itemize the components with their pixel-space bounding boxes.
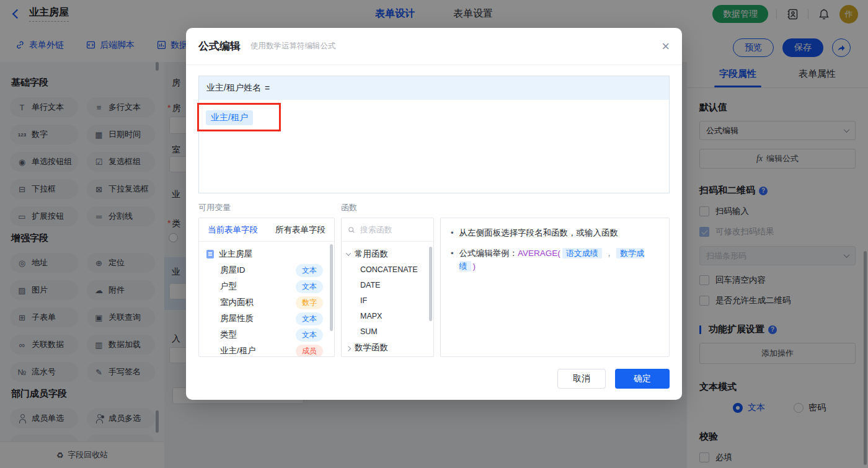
tip-line-1: • 从左侧面板选择字段名和函数，或输入函数 [451, 226, 659, 239]
scrollbar-thumb[interactable] [330, 244, 333, 331]
formula-editor[interactable]: 业主/租户姓名 = 业主/租户 [198, 76, 670, 193]
function-items: CONCATENATEDATEIFMAPXSUM [347, 262, 430, 340]
search-input[interactable] [360, 225, 427, 234]
caret-right-icon [346, 346, 351, 351]
variable-field-row[interactable]: 房屋ID 文本 [206, 262, 329, 278]
variable-field-row[interactable]: 房屋性质 文本 [206, 311, 329, 327]
functions-label: 函数 [341, 202, 434, 213]
formula-equals: = [265, 83, 270, 93]
close-icon[interactable]: × [662, 40, 670, 53]
variable-type-badge: 成员 [296, 345, 323, 358]
function-search [342, 218, 433, 242]
panel-column-labels: 可用变量 函数 [198, 202, 670, 213]
panel-columns: 当前表单字段 所有表单字段 业主房屋 房屋ID 文本 [198, 218, 670, 357]
function-list: 常用函数 CONCATENATEDATEIFMAPXSUM 数学函数 文本函数 [342, 242, 433, 357]
variable-field-name: 业主/租户 [220, 345, 256, 356]
tips-content: • 从左侧面板选择字段名和函数，或输入函数 • 公式编辑举例：AVERAGE(语… [441, 218, 669, 288]
variable-field-list: 房屋ID 文本 户型 文本 室内面积 数字 房屋性质 [206, 262, 329, 357]
tips-panel: • 从左侧面板选择字段名和函数，或输入函数 • 公式编辑举例：AVERAGE(语… [440, 218, 670, 357]
tab-current-form-fields[interactable]: 当前表单字段 [199, 218, 267, 241]
variable-field-name: 房屋ID [220, 265, 246, 276]
function-item[interactable]: CONCATENATE [347, 262, 430, 278]
variable-field-row[interactable]: 室内面积 数字 [206, 294, 329, 311]
modal-footer: 取消 确定 [557, 369, 670, 389]
formula-edit-modal: 公式编辑 使用数学运算符编辑公式 × 业主/租户姓名 = 业主/租户 可用变量 … [186, 28, 682, 400]
tip-comma: ， [605, 249, 614, 258]
variables-label: 可用变量 [198, 202, 335, 213]
function-item[interactable]: IF [347, 293, 430, 309]
variable-field-row[interactable]: 业主/租户 成员 [206, 343, 329, 357]
tip-function-close: ) [473, 262, 476, 271]
variable-type-badge: 文本 [296, 329, 323, 342]
function-item[interactable]: MAPX [347, 309, 430, 324]
modal-title: 公式编辑 [198, 39, 241, 53]
variable-field-name: 房屋性质 [220, 313, 254, 324]
functions-panel: 常用函数 CONCATENATEDATEIFMAPXSUM 数学函数 文本函数 [341, 218, 434, 357]
tip-function-open: AVERAGE( [518, 249, 560, 258]
bullet-icon: • [451, 226, 454, 239]
tab-all-form-fields[interactable]: 所有表单字段 [267, 218, 334, 241]
app-window: 业主房屋 表单设计 表单设置 数据管理 作 表单外链 后端脚本 [0, 0, 868, 468]
function-item[interactable]: DATE [347, 278, 430, 293]
search-icon [348, 226, 355, 234]
variable-field-name: 类型 [220, 329, 237, 340]
function-group-text[interactable]: 文本函数 [347, 356, 430, 357]
tip-example-prefix: 公式编辑举例： [459, 249, 518, 258]
tip-field-chip: 语文成绩 [562, 248, 602, 258]
bullet-icon: • [451, 247, 454, 273]
tip-line-2: • 公式编辑举例：AVERAGE(语文成绩，数学成绩) [451, 247, 659, 273]
variable-type-badge: 文本 [296, 312, 323, 325]
modal-header: 公式编辑 使用数学运算符编辑公式 × [186, 28, 682, 65]
caret-down-icon [346, 250, 351, 255]
modal-subtitle: 使用数学运算符编辑公式 [250, 41, 336, 51]
variable-field-name: 室内面积 [220, 297, 254, 308]
tree-root-label: 业主房屋 [219, 249, 252, 260]
variable-field-row[interactable]: 类型 文本 [206, 327, 329, 343]
formula-target-bar: 业主/租户姓名 = [199, 76, 669, 100]
variable-type-badge: 数字 [296, 296, 323, 309]
confirm-button[interactable]: 确定 [615, 369, 670, 389]
cancel-button[interactable]: 取消 [557, 369, 606, 389]
variable-field-name: 户型 [220, 281, 237, 292]
function-item[interactable]: SUM [347, 324, 430, 340]
variable-field-row[interactable]: 户型 文本 [206, 278, 329, 294]
variables-tabs: 当前表单字段 所有表单字段 [199, 218, 334, 242]
form-doc-icon [206, 250, 214, 258]
tree-root-form[interactable]: 业主房屋 [206, 246, 329, 262]
variable-type-badge: 文本 [296, 264, 323, 277]
function-group-common[interactable]: 常用函数 [347, 246, 430, 262]
scrollbar-thumb[interactable] [429, 247, 432, 321]
function-group-math[interactable]: 数学函数 [347, 340, 430, 356]
variable-type-badge: 文本 [296, 280, 323, 293]
variables-panel: 当前表单字段 所有表单字段 业主房屋 房屋ID 文本 [198, 218, 335, 357]
formula-field-chip[interactable]: 业主/租户 [206, 110, 253, 125]
modal-body: 业主/租户姓名 = 业主/租户 可用变量 函数 当前表单字段 所有表单字段 [186, 76, 682, 357]
variables-tree: 业主房屋 房屋ID 文本 户型 文本 室内面 [199, 242, 334, 357]
formula-target-field: 业主/租户姓名 [206, 82, 261, 94]
